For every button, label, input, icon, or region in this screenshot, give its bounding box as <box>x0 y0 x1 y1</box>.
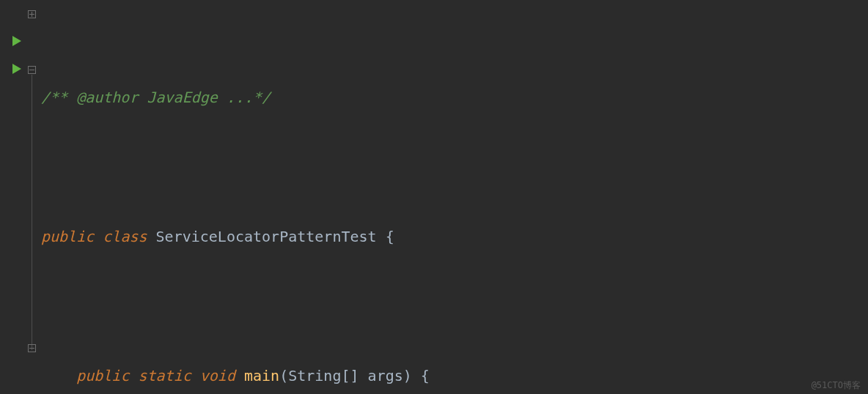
keyword-void: void <box>200 367 235 384</box>
code-area[interactable]: /** @author JavaEdge ...*/ public class … <box>38 0 868 394</box>
fold-expand-icon[interactable] <box>28 10 36 18</box>
watermark: @51CTO博客 <box>812 381 861 390</box>
param-name: args <box>368 367 403 384</box>
code-line: /** @author JavaEdge ...*/ <box>41 83 868 111</box>
paren-open: ( <box>279 367 288 384</box>
brace-open: { <box>386 228 394 245</box>
param-type: String <box>288 367 341 384</box>
code-line: public static void main(String[] args) { <box>41 362 868 390</box>
fold-collapse-icon[interactable] <box>28 66 36 74</box>
code-editor[interactable]: /** @author JavaEdge ...*/ public class … <box>0 0 868 394</box>
run-method-icon[interactable] <box>10 62 23 75</box>
code-line: public class ServiceLocatorPatternTest { <box>41 223 868 250</box>
gutter <box>0 0 38 394</box>
keyword-static: static <box>138 367 191 384</box>
fold-guide <box>32 75 32 350</box>
brackets: [] <box>341 367 358 384</box>
run-class-icon[interactable] <box>10 34 23 48</box>
keyword-public: public <box>41 228 94 245</box>
keyword-public: public <box>76 367 129 384</box>
keyword-class: class <box>103 228 147 245</box>
javadoc: /** @author JavaEdge ...*/ <box>41 89 271 106</box>
class-name: ServiceLocatorPatternTest <box>156 228 377 245</box>
fold-end-icon[interactable] <box>28 344 36 352</box>
svg-marker-3 <box>12 36 21 46</box>
method-name: main <box>244 367 279 384</box>
svg-marker-4 <box>12 64 21 74</box>
paren-close: ) <box>403 367 412 384</box>
brace-open: { <box>421 367 430 384</box>
